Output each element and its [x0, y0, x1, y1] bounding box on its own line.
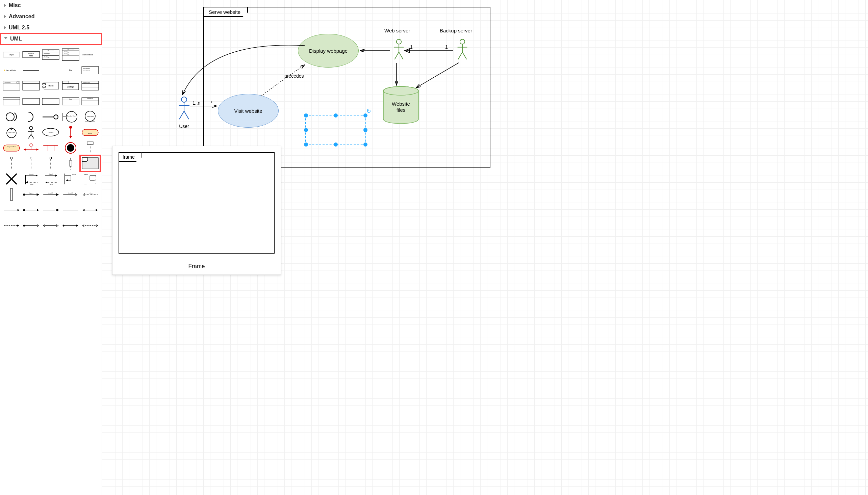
- actor-web-server-label: Web server: [384, 28, 410, 33]
- svg-rect-45: [42, 98, 59, 105]
- uml-activity-shape[interactable]: Activity: [81, 125, 99, 139]
- resize-handle-e[interactable]: [363, 128, 368, 132]
- category-label: Advanced: [9, 14, 34, 20]
- uml-msg-arrow-shape[interactable]: dispatch: [42, 188, 59, 201]
- actor-web-server[interactable]: [390, 37, 407, 63]
- category-misc[interactable]: Misc: [0, 0, 102, 11]
- resize-handle-sw[interactable]: [304, 142, 308, 147]
- selection-rect[interactable]: ↻: [305, 115, 366, 145]
- uml-objectclass-shape[interactable]: Object:Class: [81, 79, 99, 92]
- category-uml[interactable]: UML: [0, 33, 102, 45]
- actor-backup-server[interactable]: [454, 37, 471, 63]
- actor-user[interactable]: User: [176, 95, 192, 129]
- uml-lifeline-header-shape[interactable]: [81, 141, 99, 155]
- uml-final-shape[interactable]: [62, 141, 79, 155]
- uml-interface-block-shape[interactable]: «interface»: [81, 95, 99, 108]
- uml-callback-shape[interactable]: callbackreturn: [81, 172, 99, 186]
- uml-smallclass-shape[interactable]: [3, 95, 20, 108]
- svg-text:Object:Class: Object:Class: [83, 82, 90, 83]
- uml-rect-shape[interactable]: [22, 95, 40, 108]
- uml-control-shape[interactable]: Control Object: [3, 125, 20, 139]
- category-uml25[interactable]: UML 2.5: [0, 22, 102, 33]
- svg-text:Boundary Object: Boundary Object: [67, 116, 76, 117]
- uml-activity-arrow-shape[interactable]: [62, 125, 79, 139]
- datastore-website-files[interactable]: Website files: [382, 86, 420, 128]
- uml-activationbar-shape[interactable]: [3, 188, 20, 201]
- uml-title-shape[interactable]: Title: [62, 64, 79, 77]
- uml-lifeline-shape[interactable]: [3, 157, 20, 170]
- uml-lollipop-shape[interactable]: [42, 110, 59, 124]
- resize-handle-ne[interactable]: [363, 114, 368, 118]
- preview-frame-tab-label: frame: [123, 154, 135, 160]
- uml-object-shape[interactable]: Object: [3, 48, 20, 62]
- uml-decision-arrow-shape[interactable]: [22, 141, 40, 155]
- uml-class-block-shape[interactable]: Class: [62, 95, 79, 108]
- uml-fork-shape[interactable]: [42, 141, 59, 155]
- uml-required-interface-shape[interactable]: [22, 110, 40, 124]
- svg-line-141: [179, 111, 184, 119]
- uml-dispatch-return2-shape[interactable]: dispatchreturn: [42, 172, 59, 186]
- uml-activation-shape[interactable]: [62, 157, 79, 170]
- uml-attribute-shape[interactable]: + item: attribute: [81, 48, 99, 62]
- uml-interface-shape[interactable]: «interface»Name: [22, 48, 40, 62]
- svg-rect-95: [69, 161, 72, 166]
- uml-return-msg-shape[interactable]: return: [81, 188, 99, 201]
- uml-rel-dash-shape[interactable]: [3, 219, 20, 232]
- resize-handle-s[interactable]: [334, 142, 338, 147]
- svg-line-67: [28, 134, 31, 138]
- svg-text:«interface»: «interface»: [28, 53, 34, 54]
- uml-rel-dot-biarrow-shape[interactable]: [62, 219, 79, 232]
- uml-frame-shape[interactable]: [81, 157, 99, 170]
- preview-frame-tab: frame: [119, 152, 141, 162]
- diagram-canvas[interactable]: Serve website User Web server Backup ser…: [102, 0, 868, 495]
- svg-text:Website: Website: [392, 101, 410, 107]
- category-label: UML: [10, 36, 22, 42]
- uml-rel-line-shape[interactable]: [62, 203, 79, 217]
- frame-title-tab[interactable]: Serve website: [203, 7, 248, 17]
- uml-rel-dotnode-shape[interactable]: [42, 203, 59, 217]
- svg-text:item: attribute: item: attribute: [6, 70, 16, 71]
- uml-msg-solid-shape[interactable]: dispatch: [22, 188, 40, 201]
- uml-msg-open-shape[interactable]: dispatch: [62, 188, 79, 201]
- usecase-visit-website[interactable]: Visit website: [218, 94, 279, 127]
- uml-divider-shape[interactable]: [22, 64, 40, 77]
- chevron-right-icon: [4, 4, 6, 7]
- svg-text:+ item: attribute: + item: attribute: [82, 54, 93, 56]
- uml-entity-shape[interactable]: Entity Object: [81, 110, 99, 124]
- uml-dispatch-return-shape[interactable]: dispatchreturn: [22, 172, 40, 186]
- svg-text:dispatch: dispatch: [29, 173, 34, 175]
- resize-handle-w[interactable]: [304, 128, 308, 132]
- uml-lifeline2-shape[interactable]: [42, 157, 59, 170]
- uml-destroy-shape[interactable]: [3, 172, 20, 186]
- resize-handle-nw[interactable]: [304, 114, 308, 118]
- uml-rel-assoc-shape[interactable]: [3, 203, 20, 217]
- uml-rel-dash-biopen-shape[interactable]: [81, 219, 99, 232]
- resize-handle-n[interactable]: [334, 114, 338, 118]
- category-advanced[interactable]: Advanced: [0, 11, 102, 22]
- uml-module-shape[interactable]: Module: [42, 79, 59, 92]
- uml-member-shape[interactable]: item: attribute: [3, 64, 20, 77]
- uml-lifeline-dash-shape[interactable]: [22, 157, 40, 170]
- uml-spacer-shape[interactable]: [42, 64, 59, 77]
- rotate-handle-icon[interactable]: ↻: [367, 108, 371, 115]
- uml-component-shape[interactable]: Component: [3, 79, 20, 92]
- uml-rel-dot-open-shape[interactable]: [22, 219, 40, 232]
- uml-composite-state-shape[interactable]: Composite State: [3, 141, 20, 155]
- uml-selfcall-shape[interactable]: self call: [62, 172, 79, 186]
- uml-rel-biopen-shape[interactable]: [42, 219, 59, 232]
- svg-text:Activity: Activity: [88, 132, 92, 134]
- uml-rel-biarrow-shape[interactable]: [81, 203, 99, 217]
- uml-class5-shape[interactable]: Classname+ field: type+ field: type: [62, 48, 79, 62]
- uml-class3-shape[interactable]: Classname+ field: type+ field: type: [42, 48, 59, 62]
- resize-handle-se[interactable]: [363, 142, 368, 147]
- uml-block-shape[interactable]: [22, 79, 40, 92]
- uml-provided-interface-shape[interactable]: [3, 110, 20, 124]
- uml-boundary-shape[interactable]: Boundary Object: [62, 110, 79, 124]
- uml-package-shape[interactable]: package: [62, 79, 79, 92]
- usecase-display-webpage[interactable]: Display webpage: [298, 34, 359, 68]
- uml-actor-shape[interactable]: [22, 125, 40, 139]
- uml-annotation-shape[interactable]: «Annotation»«Annotation»: [81, 64, 99, 77]
- uml-rel-nav-shape[interactable]: [22, 203, 40, 217]
- uml-rect2-shape[interactable]: [42, 95, 59, 108]
- uml-usecase-shape[interactable]: Use Case: [42, 125, 59, 139]
